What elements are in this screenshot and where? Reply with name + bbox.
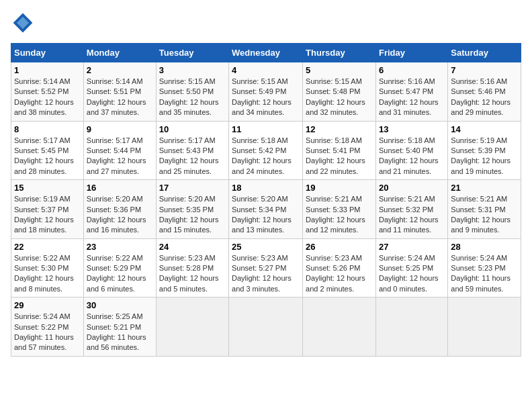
calendar-day-cell: 7Sunrise: 5:16 AMSunset: 5:46 PMDaylight… (448, 62, 521, 122)
day-number: 12 (306, 124, 373, 134)
calendar-day-cell: 28Sunrise: 5:24 AMSunset: 5:23 PMDayligh… (448, 238, 521, 298)
calendar-day-cell: 10Sunrise: 5:17 AMSunset: 5:43 PMDayligh… (156, 121, 228, 180)
day-number: 24 (159, 242, 226, 252)
day-number: 2 (87, 65, 153, 75)
calendar-header-row: SundayMondayTuesdayWednesdayThursdayFrid… (11, 44, 521, 62)
calendar-empty-cell (448, 298, 521, 357)
calendar-table: SundayMondayTuesdayWednesdayThursdayFrid… (11, 43, 521, 357)
day-number: 23 (87, 242, 153, 252)
day-number: 30 (87, 300, 153, 310)
calendar-day-cell: 11Sunrise: 5:18 AMSunset: 5:42 PMDayligh… (229, 121, 303, 180)
calendar-empty-cell (375, 298, 447, 357)
day-number: 6 (379, 65, 445, 75)
day-number: 7 (451, 65, 518, 75)
calendar-week-row: 1Sunrise: 5:14 AMSunset: 5:52 PMDaylight… (11, 62, 521, 122)
calendar-day-cell: 9Sunrise: 5:17 AMSunset: 5:44 PMDaylight… (83, 121, 156, 180)
day-number: 14 (451, 124, 518, 134)
day-info: Sunrise: 5:15 AMSunset: 5:48 PMDaylight:… (306, 77, 373, 118)
day-number: 18 (232, 183, 300, 193)
day-info: Sunrise: 5:19 AMSunset: 5:37 PMDaylight:… (14, 194, 81, 236)
calendar-day-cell: 18Sunrise: 5:20 AMSunset: 5:34 PMDayligh… (229, 180, 303, 239)
calendar-day-cell: 5Sunrise: 5:15 AMSunset: 5:48 PMDaylight… (303, 62, 376, 122)
day-info: Sunrise: 5:21 AMSunset: 5:31 PMDaylight:… (451, 194, 518, 236)
calendar-day-cell: 19Sunrise: 5:21 AMSunset: 5:33 PMDayligh… (303, 180, 376, 239)
day-info: Sunrise: 5:18 AMSunset: 5:41 PMDaylight:… (306, 136, 373, 177)
day-info: Sunrise: 5:17 AMSunset: 5:45 PMDaylight:… (14, 136, 81, 177)
header-saturday: Saturday (448, 44, 521, 62)
day-info: Sunrise: 5:14 AMSunset: 5:51 PMDaylight:… (87, 77, 153, 118)
day-info: Sunrise: 5:15 AMSunset: 5:49 PMDaylight:… (232, 77, 300, 118)
day-info: Sunrise: 5:24 AMSunset: 5:23 PMDaylight:… (451, 253, 518, 295)
day-info: Sunrise: 5:18 AMSunset: 5:40 PMDaylight:… (379, 136, 445, 177)
calendar-empty-cell (303, 298, 376, 357)
day-number: 11 (232, 124, 300, 134)
calendar-day-cell: 30Sunrise: 5:25 AMSunset: 5:21 PMDayligh… (83, 298, 156, 357)
day-info: Sunrise: 5:25 AMSunset: 5:21 PMDaylight:… (87, 312, 153, 353)
day-info: Sunrise: 5:20 AMSunset: 5:35 PMDaylight:… (159, 194, 226, 236)
calendar-day-cell: 17Sunrise: 5:20 AMSunset: 5:35 PMDayligh… (156, 180, 228, 239)
calendar-day-cell: 2Sunrise: 5:14 AMSunset: 5:51 PMDaylight… (83, 62, 156, 122)
day-info: Sunrise: 5:23 AMSunset: 5:26 PMDaylight:… (306, 253, 373, 295)
day-info: Sunrise: 5:18 AMSunset: 5:42 PMDaylight:… (232, 136, 300, 177)
calendar-day-cell: 21Sunrise: 5:21 AMSunset: 5:31 PMDayligh… (448, 180, 521, 239)
day-number: 28 (451, 242, 518, 252)
day-info: Sunrise: 5:16 AMSunset: 5:47 PMDaylight:… (379, 77, 445, 118)
day-info: Sunrise: 5:19 AMSunset: 5:39 PMDaylight:… (451, 136, 518, 177)
day-info: Sunrise: 5:21 AMSunset: 5:32 PMDaylight:… (379, 194, 445, 236)
day-number: 21 (451, 183, 518, 193)
header-wednesday: Wednesday (229, 44, 303, 62)
logo-icon (11, 11, 35, 35)
calendar-day-cell: 13Sunrise: 5:18 AMSunset: 5:40 PMDayligh… (375, 121, 447, 180)
day-info: Sunrise: 5:22 AMSunset: 5:30 PMDaylight:… (14, 253, 81, 295)
day-info: Sunrise: 5:17 AMSunset: 5:44 PMDaylight:… (87, 136, 153, 177)
page-header (11, 11, 521, 35)
day-number: 10 (159, 124, 226, 134)
day-number: 9 (87, 124, 153, 134)
calendar-day-cell: 27Sunrise: 5:24 AMSunset: 5:25 PMDayligh… (375, 238, 447, 298)
calendar-empty-cell (156, 298, 228, 357)
day-info: Sunrise: 5:17 AMSunset: 5:43 PMDaylight:… (159, 136, 226, 177)
calendar-day-cell: 6Sunrise: 5:16 AMSunset: 5:47 PMDaylight… (375, 62, 447, 122)
day-info: Sunrise: 5:22 AMSunset: 5:29 PMDaylight:… (87, 253, 153, 295)
logo (11, 11, 38, 35)
calendar-week-row: 29Sunrise: 5:24 AMSunset: 5:22 PMDayligh… (11, 298, 521, 357)
day-info: Sunrise: 5:21 AMSunset: 5:33 PMDaylight:… (306, 194, 373, 236)
calendar-day-cell: 15Sunrise: 5:19 AMSunset: 5:37 PMDayligh… (11, 180, 84, 239)
day-number: 22 (14, 242, 81, 252)
calendar-day-cell: 24Sunrise: 5:23 AMSunset: 5:28 PMDayligh… (156, 238, 228, 298)
header-tuesday: Tuesday (156, 44, 228, 62)
day-number: 15 (14, 183, 81, 193)
calendar-day-cell: 14Sunrise: 5:19 AMSunset: 5:39 PMDayligh… (448, 121, 521, 180)
calendar-day-cell: 29Sunrise: 5:24 AMSunset: 5:22 PMDayligh… (11, 298, 84, 357)
calendar-day-cell: 12Sunrise: 5:18 AMSunset: 5:41 PMDayligh… (303, 121, 376, 180)
header-monday: Monday (83, 44, 156, 62)
header-sunday: Sunday (11, 44, 84, 62)
calendar-day-cell: 25Sunrise: 5:23 AMSunset: 5:27 PMDayligh… (229, 238, 303, 298)
day-number: 4 (232, 65, 300, 75)
day-number: 19 (306, 183, 373, 193)
day-info: Sunrise: 5:14 AMSunset: 5:52 PMDaylight:… (14, 77, 81, 118)
calendar-day-cell: 8Sunrise: 5:17 AMSunset: 5:45 PMDaylight… (11, 121, 84, 180)
calendar-week-row: 22Sunrise: 5:22 AMSunset: 5:30 PMDayligh… (11, 238, 521, 298)
day-info: Sunrise: 5:23 AMSunset: 5:27 PMDaylight:… (232, 253, 300, 295)
calendar-day-cell: 3Sunrise: 5:15 AMSunset: 5:50 PMDaylight… (156, 62, 228, 122)
day-number: 5 (306, 65, 373, 75)
day-number: 3 (159, 65, 226, 75)
day-number: 29 (14, 300, 81, 310)
day-info: Sunrise: 5:23 AMSunset: 5:28 PMDaylight:… (159, 253, 226, 295)
calendar-empty-cell (229, 298, 303, 357)
calendar-day-cell: 26Sunrise: 5:23 AMSunset: 5:26 PMDayligh… (303, 238, 376, 298)
header-friday: Friday (375, 44, 447, 62)
day-number: 26 (306, 242, 373, 252)
day-number: 13 (379, 124, 445, 134)
calendar-day-cell: 16Sunrise: 5:20 AMSunset: 5:36 PMDayligh… (83, 180, 156, 239)
day-info: Sunrise: 5:24 AMSunset: 5:22 PMDaylight:… (14, 312, 81, 353)
day-info: Sunrise: 5:16 AMSunset: 5:46 PMDaylight:… (451, 77, 518, 118)
calendar-day-cell: 22Sunrise: 5:22 AMSunset: 5:30 PMDayligh… (11, 238, 84, 298)
day-info: Sunrise: 5:24 AMSunset: 5:25 PMDaylight:… (379, 253, 445, 295)
day-info: Sunrise: 5:20 AMSunset: 5:34 PMDaylight:… (232, 194, 300, 236)
day-number: 16 (87, 183, 153, 193)
calendar-day-cell: 20Sunrise: 5:21 AMSunset: 5:32 PMDayligh… (375, 180, 447, 239)
day-number: 8 (14, 124, 81, 134)
calendar-day-cell: 1Sunrise: 5:14 AMSunset: 5:52 PMDaylight… (11, 62, 84, 122)
